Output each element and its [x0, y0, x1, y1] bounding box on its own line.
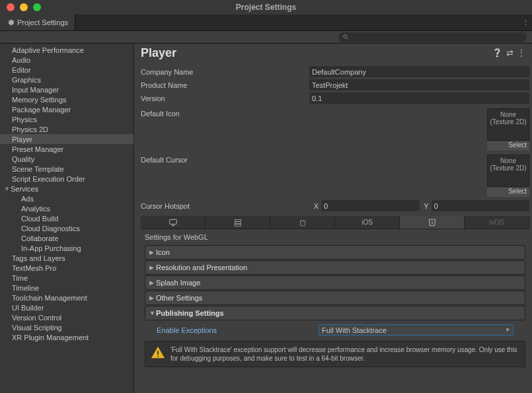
search-input[interactable] [338, 32, 527, 42]
foldout-publishing[interactable]: ▼Publishing Settings [145, 306, 525, 320]
default-icon-select-button[interactable]: Select [487, 141, 529, 151]
default-cursor-slot[interactable]: None (Texture 2D) [487, 155, 529, 187]
search-icon [342, 34, 349, 40]
sidebar-item-analytics[interactable]: Analytics [0, 203, 133, 213]
tab-project-settings[interactable]: Project Settings [0, 15, 75, 30]
panel-menu-button[interactable]: ⋮ [517, 48, 525, 58]
y-label: Y [420, 202, 432, 210]
warning-box: 'Full With Stacktrace' exception support… [145, 341, 525, 367]
sidebar-item-version-control[interactable]: Version Control [0, 312, 133, 322]
svg-rect-2 [169, 219, 176, 224]
sidebar-item-toolchain-management[interactable]: Toolchain Management [0, 293, 133, 303]
sidebar-item-visual-scripting[interactable]: Visual Scripting [0, 322, 133, 332]
sidebar-item-player[interactable]: Player [0, 134, 133, 144]
version-label: Version [141, 94, 309, 102]
company-name-label: Company Name [141, 68, 309, 76]
svg-line-1 [346, 38, 348, 39]
server-icon [233, 218, 243, 227]
sidebar-item-services[interactable]: ▼Services [0, 184, 133, 194]
foldout-icon[interactable]: ▶Icon [145, 245, 525, 260]
sidebar-item-adaptive-performance[interactable]: Adaptive Performance [0, 45, 133, 55]
android-icon [298, 218, 307, 227]
version-input[interactable] [309, 92, 529, 104]
presets-icon[interactable]: ⇄ [506, 48, 513, 58]
default-icon-label: Default Icon [141, 108, 309, 118]
svg-rect-7 [235, 224, 241, 226]
warning-text: 'Full With Stacktrace' exception support… [171, 345, 519, 363]
svg-rect-5 [235, 219, 241, 221]
minimize-window-button[interactable] [20, 3, 28, 11]
enable-exceptions-dropdown[interactable]: Full With Stacktrace ▼ [319, 324, 513, 336]
product-name-label: Product Name [141, 81, 309, 89]
webgl-icon: 5 [428, 218, 437, 227]
sidebar-item-ui-builder[interactable]: UI Builder [0, 303, 133, 312]
cursor-hotspot-label: Cursor Hotspot [141, 202, 309, 210]
default-cursor-select-button[interactable]: Select [487, 188, 529, 197]
sidebar-item-audio[interactable]: Audio [0, 55, 133, 65]
default-icon-slot[interactable]: None (Texture 2D) [487, 108, 529, 141]
sidebar-item-collaborate[interactable]: Collaborate [0, 233, 133, 243]
svg-point-8 [301, 219, 301, 220]
sidebar-item-script-execution-order[interactable]: Script Execution Order [0, 174, 133, 184]
sidebar-item-xr-plugin-management[interactable]: XR Plugin Management [0, 332, 133, 342]
warning-icon [151, 345, 165, 360]
close-window-button[interactable] [7, 3, 15, 11]
sidebar-item-timeline[interactable]: Timeline [0, 283, 133, 293]
platform-tab-android[interactable] [270, 216, 335, 229]
tab-menu-button[interactable]: ⋮ [519, 15, 532, 30]
x-label: X [309, 202, 321, 210]
svg-rect-6 [235, 221, 241, 223]
product-name-input[interactable] [309, 79, 529, 90]
settings-sidebar: Adaptive PerformanceAudioEditorGraphicsI… [0, 44, 134, 393]
sidebar-item-cloud-build[interactable]: Cloud Build [0, 213, 133, 223]
sidebar-item-package-manager[interactable]: Package Manager [0, 104, 133, 114]
maximize-window-button[interactable] [33, 3, 41, 11]
sidebar-item-editor[interactable]: Editor [0, 65, 133, 75]
svg-point-0 [344, 35, 347, 38]
search-row [0, 31, 532, 44]
foldout-other[interactable]: ▶Other Settings [145, 291, 525, 305]
foldout-resolution[interactable]: ▶Resolution and Presentation [145, 260, 525, 275]
enable-exceptions-label: Enable Exceptions [157, 326, 319, 334]
cursor-hotspot-y-input[interactable] [432, 200, 530, 211]
platform-tabs: iOS 5 tvOS [141, 216, 529, 229]
sidebar-item-graphics[interactable]: Graphics [0, 75, 133, 85]
platform-tab-tvos[interactable]: tvOS [465, 216, 529, 229]
window-title: Project Settings [0, 3, 532, 12]
sidebar-item-input-manager[interactable]: Input Manager [0, 85, 133, 94]
sidebar-item-memory-settings[interactable]: Memory Settings [0, 94, 133, 104]
platform-tab-server[interactable] [206, 216, 270, 229]
monitor-icon [169, 218, 178, 227]
main-panel: Player ❔ ⇄ ⋮ Company Name Product Name V… [134, 44, 532, 393]
sidebar-item-tags-and-layers[interactable]: Tags and Layers [0, 253, 133, 263]
sidebar-item-physics-2d[interactable]: Physics 2D [0, 124, 133, 134]
chevron-down-icon: ▼ [4, 186, 11, 192]
sidebar-item-textmesh-pro[interactable]: TextMesh Pro [0, 263, 133, 273]
gear-icon [7, 18, 15, 26]
foldout-splash[interactable]: ▶Splash Image [145, 275, 525, 290]
cursor-hotspot-x-input[interactable] [321, 200, 420, 211]
sidebar-item-preset-manager[interactable]: Preset Manager [0, 144, 133, 154]
sidebar-item-scene-template[interactable]: Scene Template [0, 164, 133, 174]
svg-rect-11 [157, 351, 159, 355]
sidebar-item-physics[interactable]: Physics [0, 114, 133, 124]
sidebar-item-in-app-purchasing[interactable]: In-App Purchasing [0, 243, 133, 253]
help-icon[interactable]: ❔ [492, 48, 502, 58]
svg-point-9 [303, 219, 304, 220]
settings-for-label: Settings for WebGL [141, 229, 529, 245]
sidebar-item-quality[interactable]: Quality [0, 154, 133, 164]
sidebar-item-time[interactable]: Time [0, 273, 133, 283]
platform-tab-standalone[interactable] [141, 216, 206, 229]
sidebar-item-ads[interactable]: Ads [0, 194, 133, 203]
default-cursor-label: Default Cursor [141, 155, 309, 164]
platform-tab-webgl[interactable]: 5 [400, 216, 465, 229]
tab-label: Project Settings [17, 18, 68, 26]
svg-text:5: 5 [431, 221, 433, 224]
tab-bar: Project Settings ⋮ [0, 15, 532, 31]
platform-tab-ios[interactable]: iOS [335, 216, 400, 229]
company-name-input[interactable] [309, 66, 529, 77]
sidebar-item-cloud-diagnostics[interactable]: Cloud Diagnostics [0, 223, 133, 233]
page-title: Player [141, 46, 176, 60]
chevron-down-icon: ▼ [505, 327, 510, 333]
titlebar: Project Settings [0, 0, 532, 15]
